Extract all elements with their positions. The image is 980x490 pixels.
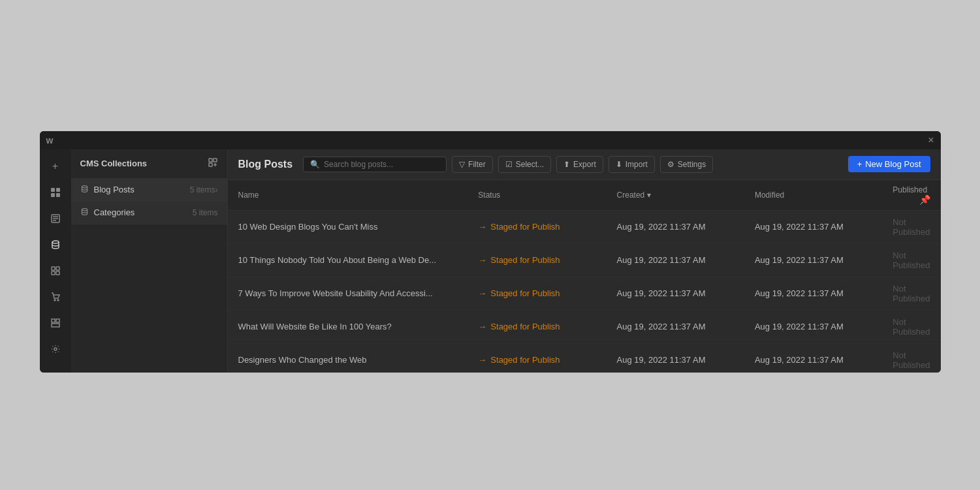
- status-arrow-icon: →: [478, 355, 486, 365]
- collection-name-blog-posts: Blog Posts: [94, 185, 187, 194]
- cell-modified: Aug 19, 2022 11:37 AM: [744, 277, 882, 310]
- col-header-status[interactable]: Status: [467, 180, 606, 211]
- cell-created: Aug 19, 2022 11:37 AM: [607, 210, 744, 243]
- cell-modified: Aug 19, 2022 11:37 AM: [744, 343, 882, 373]
- settings-button[interactable]: [44, 337, 67, 361]
- select-label: Select...: [516, 160, 544, 169]
- cell-status: → Staged for Publish: [467, 343, 606, 373]
- svg-rect-1: [56, 188, 60, 192]
- add-collection-button[interactable]: [208, 157, 218, 170]
- components-button[interactable]: [44, 181, 67, 204]
- search-icon: 🔍: [310, 160, 320, 169]
- ecommerce-button[interactable]: [44, 285, 67, 309]
- svg-rect-12: [56, 271, 59, 275]
- export-label: Export: [573, 160, 596, 169]
- collections-panel: CMS Collections Blog Posts 5 items › Cat…: [71, 149, 228, 373]
- table-row[interactable]: 10 Web Design Blogs You Can't Miss → Sta…: [228, 210, 941, 243]
- cell-published: Not Published: [882, 277, 940, 310]
- select-button[interactable]: ☑ Select...: [498, 156, 551, 173]
- col-header-modified[interactable]: Modified: [744, 180, 882, 211]
- export-icon: ⬆: [563, 160, 570, 169]
- pages-button[interactable]: [44, 207, 67, 230]
- table-row[interactable]: What Will Website Be Like In 100 Years? …: [228, 310, 941, 343]
- filter-button[interactable]: ▽ Filter: [452, 156, 493, 173]
- cell-published: Not Published: [882, 343, 940, 373]
- chevron-right-icon: ›: [215, 185, 218, 194]
- status-arrow-icon: →: [478, 255, 486, 265]
- filter-label: Filter: [468, 160, 486, 169]
- page-title: Blog Posts: [238, 159, 293, 170]
- col-header-published[interactable]: Published 📌: [882, 180, 940, 211]
- svg-rect-9: [52, 267, 55, 270]
- close-button[interactable]: ×: [928, 134, 934, 146]
- svg-rect-21: [209, 163, 212, 166]
- database-button[interactable]: [44, 259, 67, 283]
- cell-modified: Aug 19, 2022 11:37 AM: [744, 310, 882, 343]
- new-post-label: New Blog Post: [865, 159, 921, 169]
- select-icon: ☑: [505, 160, 513, 169]
- col-header-name[interactable]: Name: [228, 180, 468, 211]
- blog-posts-table: Name Status Created ▾ Modified Published…: [228, 180, 941, 373]
- status-label: Staged for Publish: [490, 255, 560, 265]
- search-box[interactable]: 🔍: [303, 157, 447, 172]
- add-panel-button[interactable]: +: [44, 155, 67, 178]
- collections-header: CMS Collections: [71, 149, 227, 179]
- status-label: Staged for Publish: [490, 288, 560, 298]
- status-arrow-icon: →: [478, 322, 486, 331]
- svg-rect-19: [209, 159, 212, 162]
- svg-point-18: [54, 348, 57, 350]
- settings-toolbar-button[interactable]: ⚙ Settings: [660, 156, 713, 173]
- import-button[interactable]: ⬇ Import: [609, 156, 655, 173]
- svg-point-13: [54, 299, 55, 301]
- collection-item-categories[interactable]: Categories 5 items: [71, 202, 227, 224]
- app-logo: w: [46, 135, 928, 145]
- collection-db-icon: [80, 185, 89, 195]
- collection-db-icon-2: [80, 207, 89, 218]
- cell-status: → Staged for Publish: [467, 310, 606, 343]
- svg-rect-20: [213, 159, 217, 162]
- plus-icon: +: [857, 159, 862, 169]
- status-label: Staged for Publish: [490, 322, 560, 331]
- pin-icon: 📌: [919, 194, 930, 205]
- svg-rect-0: [51, 188, 55, 192]
- col-header-created[interactable]: Created ▾: [607, 180, 744, 211]
- svg-rect-17: [52, 324, 59, 327]
- cell-name: Designers Who Changed the Web: [228, 343, 468, 373]
- export-button[interactable]: ⬆ Export: [556, 156, 603, 173]
- cms-button[interactable]: [44, 233, 67, 256]
- cell-created: Aug 19, 2022 11:37 AM: [607, 310, 744, 343]
- title-bar: w ×: [40, 131, 941, 149]
- posts-table: Name Status Created ▾ Modified Published…: [228, 180, 941, 373]
- cell-modified: Aug 19, 2022 11:37 AM: [744, 210, 882, 243]
- app-body: + CMS Co: [40, 149, 941, 373]
- collection-name-categories: Categories: [94, 207, 190, 217]
- cell-name: 7 Ways To Improve Website Usability And …: [228, 277, 468, 310]
- main-header: Blog Posts 🔍 ▽ Filter ☑ Select... ⬆ Expo…: [228, 149, 941, 180]
- table-row[interactable]: 7 Ways To Improve Website Usability And …: [228, 277, 941, 310]
- new-blog-post-button[interactable]: + New Blog Post: [848, 156, 930, 172]
- table-row[interactable]: 10 Things Nobody Told You About Being a …: [228, 243, 941, 277]
- table-header: Name Status Created ▾ Modified Published…: [228, 180, 941, 211]
- collections-title: CMS Collections: [80, 159, 148, 168]
- cell-created: Aug 19, 2022 11:37 AM: [607, 343, 744, 373]
- table-row[interactable]: Designers Who Changed the Web → Staged f…: [228, 343, 941, 373]
- collection-count-categories: 5 items: [193, 208, 218, 217]
- app-window: w × +: [40, 131, 941, 373]
- status-arrow-icon: →: [478, 288, 486, 298]
- cell-created: Aug 19, 2022 11:37 AM: [607, 243, 744, 277]
- status-label: Staged for Publish: [490, 355, 560, 365]
- svg-rect-11: [52, 271, 55, 275]
- cell-name: 10 Web Design Blogs You Can't Miss: [228, 210, 468, 243]
- svg-point-25: [82, 208, 87, 210]
- cell-status: → Staged for Publish: [467, 210, 606, 243]
- filter-icon: ▽: [459, 160, 465, 169]
- cell-name: What Will Website Be Like In 100 Years?: [228, 310, 468, 343]
- cell-modified: Aug 19, 2022 11:37 AM: [744, 243, 882, 277]
- svg-rect-10: [56, 267, 59, 270]
- collection-count-blog-posts: 5 items: [190, 185, 215, 194]
- svg-rect-3: [56, 193, 60, 197]
- svg-rect-16: [56, 319, 59, 322]
- collection-item-blog-posts[interactable]: Blog Posts 5 items ›: [71, 179, 227, 202]
- assets-button[interactable]: [44, 311, 67, 335]
- search-input[interactable]: [324, 160, 439, 169]
